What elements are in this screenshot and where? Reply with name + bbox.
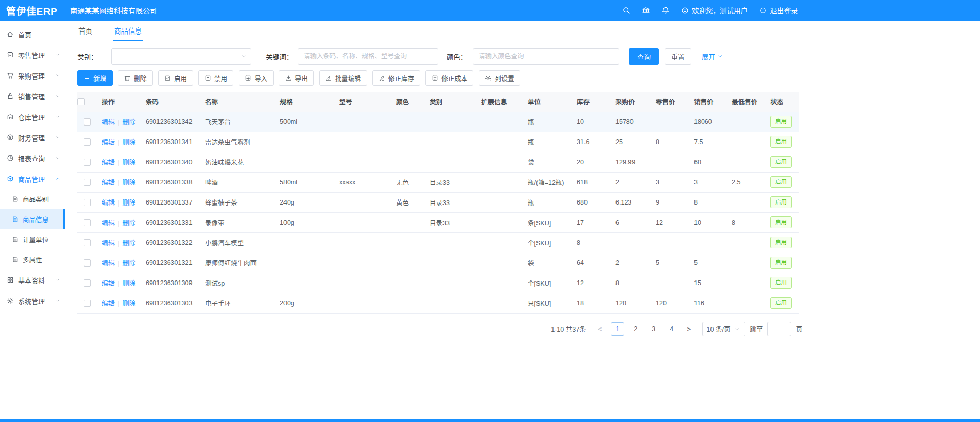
row-checkbox[interactable] — [84, 259, 91, 267]
sidebar-item-base-data[interactable]: 基本资料 — [0, 270, 65, 290]
logout-button[interactable]: 退出登录 — [759, 5, 798, 15]
sidebar-subitem-goods-category[interactable]: 商品类别 — [0, 189, 65, 209]
table-cell: 飞天茅台 — [200, 112, 275, 132]
import-button[interactable]: 导入 — [239, 70, 274, 86]
edit-link[interactable]: 编辑 — [102, 159, 115, 166]
bank-icon[interactable] — [642, 6, 650, 14]
page-button-2[interactable]: 2 — [629, 322, 642, 336]
sidebar-item-label: 零售管理 — [18, 50, 45, 60]
row-checkbox[interactable] — [84, 118, 91, 126]
chevron-up-icon — [55, 176, 60, 181]
chevron-down-icon — [55, 52, 60, 57]
sidebar-item-sales[interactable]: 销售管理 — [0, 86, 65, 106]
table-cell — [476, 112, 523, 132]
search-button[interactable]: 查询 — [629, 48, 659, 65]
table-cell — [610, 232, 651, 253]
content: 类别： 关键词： 颜色： 查询 重置 展开 新增删除启用禁用导入导出批量编辑 — [65, 48, 980, 336]
table-cell: 120 — [610, 293, 651, 313]
edit-link[interactable]: 编辑 — [102, 220, 115, 227]
adjust-icon — [378, 75, 385, 82]
sidebar-subitem-measure-unit[interactable]: 计量单位 — [0, 229, 65, 249]
next-page-button[interactable]: > — [683, 322, 696, 336]
welcome-user[interactable]: 欢迎您，测试用户 — [681, 5, 748, 15]
row-checkbox[interactable] — [84, 138, 91, 146]
page-button-4[interactable]: 4 — [665, 322, 678, 336]
button-label: 新增 — [93, 73, 106, 83]
delete-button[interactable]: 删除 — [118, 70, 153, 86]
sidebar-item-system[interactable]: 系统管理 — [0, 290, 65, 311]
delete-link[interactable]: 删除 — [122, 159, 135, 166]
table-row: 编辑|删除6901236301337蜂蜜柚子茶240g黄色目录33瓶6806.1… — [77, 192, 799, 212]
export-button[interactable]: 导出 — [279, 70, 314, 86]
edit-link[interactable]: 编辑 — [102, 119, 115, 126]
table-cell — [476, 132, 523, 152]
delete-link[interactable]: 删除 — [122, 139, 135, 146]
reset-button[interactable]: 重置 — [665, 48, 691, 65]
page-button-1[interactable]: 1 — [611, 322, 624, 336]
delete-link[interactable]: 删除 — [122, 220, 135, 227]
delete-link[interactable]: 删除 — [122, 300, 135, 307]
tab-goods-info[interactable]: 商品信息 — [113, 21, 143, 41]
table-cell — [275, 132, 334, 152]
column-settings-button[interactable]: 列设置 — [479, 70, 520, 86]
table-cell: 条[SKU] — [523, 212, 572, 232]
table-cell: 240g — [275, 192, 334, 212]
table-cell — [275, 253, 334, 273]
page-button-3[interactable]: 3 — [647, 322, 660, 336]
select-all-checkbox[interactable] — [77, 98, 85, 105]
sidebar-item-retail[interactable]: 零售管理 — [0, 44, 65, 65]
fix-cost-button[interactable]: 修正成本 — [425, 70, 473, 86]
table-cell: 袋 — [523, 253, 572, 273]
delete-link[interactable]: 删除 — [122, 199, 135, 207]
enable-button[interactable]: 启用 — [158, 70, 193, 86]
color-input[interactable] — [473, 48, 619, 65]
sidebar-subitem-goods-info[interactable]: 商品信息 — [0, 209, 65, 229]
app-logo[interactable]: 管伊佳ERP — [0, 4, 66, 18]
row-checkbox[interactable] — [84, 279, 91, 287]
edit-link[interactable]: 编辑 — [102, 240, 115, 247]
delete-link[interactable]: 删除 — [122, 260, 135, 267]
row-checkbox[interactable] — [84, 179, 91, 186]
table-cell: 只[SKU] — [523, 293, 572, 313]
expand-link[interactable]: 展开 — [702, 52, 723, 61]
add-button[interactable]: 新增 — [77, 70, 113, 86]
edit-link[interactable]: 编辑 — [102, 199, 115, 207]
prev-page-button[interactable]: < — [594, 322, 606, 336]
sidebar-item-finance[interactable]: 财务管理 — [0, 127, 65, 148]
row-checkbox[interactable] — [84, 199, 91, 206]
fix-stock-button[interactable]: 修正库存 — [372, 70, 420, 86]
edit-link[interactable]: 编辑 — [102, 139, 115, 146]
row-checkbox[interactable] — [84, 239, 91, 246]
search-icon[interactable] — [622, 6, 630, 14]
keyword-input[interactable] — [298, 48, 438, 65]
jump-page-input[interactable] — [767, 322, 791, 336]
sidebar-item-warehouse[interactable]: 仓库管理 — [0, 106, 65, 127]
page-size-select[interactable]: 10 条/页 — [702, 322, 746, 336]
table-cell — [726, 232, 765, 253]
delete-link[interactable]: 删除 — [122, 280, 135, 287]
row-checkbox[interactable] — [84, 300, 91, 307]
table-cell — [476, 232, 523, 253]
sidebar-item-home[interactable]: 首页 — [0, 24, 65, 44]
table-cell — [424, 112, 476, 132]
delete-link[interactable]: 删除 — [122, 179, 135, 186]
edit-link[interactable]: 编辑 — [102, 179, 115, 186]
delete-link[interactable]: 删除 — [122, 119, 135, 126]
category-select[interactable] — [111, 48, 251, 65]
sidebar-item-report[interactable]: 报表查询 — [0, 148, 65, 168]
bell-icon[interactable] — [661, 6, 670, 14]
row-checkbox[interactable] — [84, 219, 91, 226]
sidebar-item-goods[interactable]: 商品管理 — [0, 168, 65, 189]
table-cell: 目录33 — [424, 212, 476, 232]
chevron-down-icon — [717, 53, 723, 59]
disable-button[interactable]: 禁用 — [198, 70, 233, 86]
batch-edit-button[interactable]: 批量编辑 — [319, 70, 367, 86]
edit-link[interactable]: 编辑 — [102, 300, 115, 307]
sidebar-subitem-multi-attr[interactable]: 多属性 — [0, 249, 65, 270]
edit-link[interactable]: 编辑 — [102, 260, 115, 267]
delete-link[interactable]: 删除 — [122, 240, 135, 247]
sidebar-item-purchase[interactable]: 采购管理 — [0, 65, 65, 86]
row-checkbox[interactable] — [84, 159, 91, 166]
edit-link[interactable]: 编辑 — [102, 280, 115, 287]
tab-home[interactable]: 首页 — [77, 21, 93, 41]
